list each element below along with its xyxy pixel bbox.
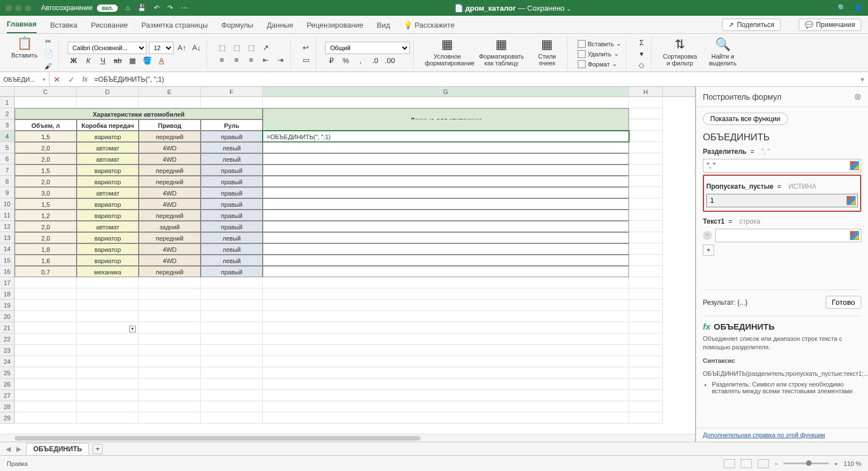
name-box[interactable]: ОБЪЕДИ...▾: [0, 72, 50, 86]
done-button[interactable]: Готово: [826, 296, 861, 309]
cell[interactable]: передний: [139, 176, 201, 187]
tab-insert[interactable]: Вставка: [50, 17, 77, 33]
search-icon[interactable]: 🔍: [838, 4, 846, 12]
row-header[interactable]: 3: [0, 119, 15, 131]
cell[interactable]: [263, 153, 629, 165]
clear-icon[interactable]: ◇: [635, 60, 648, 70]
cell[interactable]: [201, 322, 263, 334]
cell[interactable]: 2,0: [15, 153, 77, 165]
row-header[interactable]: 24: [0, 356, 15, 367]
cell[interactable]: [77, 412, 139, 424]
range-picker-icon[interactable]: [850, 161, 859, 170]
cell[interactable]: [263, 379, 629, 390]
cell[interactable]: [263, 277, 629, 288]
cell[interactable]: [629, 187, 663, 198]
row-header[interactable]: 14: [0, 243, 15, 255]
cell[interactable]: [629, 390, 663, 401]
cell[interactable]: [77, 97, 139, 108]
cell[interactable]: [629, 311, 663, 322]
cell[interactable]: автомат: [77, 187, 139, 198]
next-sheet-icon[interactable]: ▶: [15, 445, 23, 453]
conditional-formatting-button[interactable]: ▦Условное форматирование: [423, 37, 472, 70]
cell[interactable]: [629, 243, 663, 255]
align-left-icon[interactable]: ≡: [216, 55, 228, 66]
view-normal-icon[interactable]: [724, 459, 735, 468]
cell[interactable]: 4WD: [139, 142, 201, 153]
show-all-functions-button[interactable]: Показать все функции: [703, 113, 788, 125]
merge-icon[interactable]: ▭: [300, 55, 312, 66]
row-header[interactable]: 11: [0, 210, 15, 221]
cell[interactable]: [629, 198, 663, 210]
cell[interactable]: правый: [201, 210, 263, 221]
cell[interactable]: [77, 288, 139, 300]
row-header[interactable]: 21: [0, 322, 15, 334]
format-painter-icon[interactable]: 🖌: [42, 61, 55, 72]
cell[interactable]: [201, 379, 263, 390]
strike-icon[interactable]: ab: [112, 55, 124, 66]
cell[interactable]: левый: [201, 232, 263, 243]
close-panel-icon[interactable]: ⊗: [854, 91, 861, 102]
cell[interactable]: [263, 165, 629, 176]
more-help-link[interactable]: Дополнительная справка по этой функции: [696, 428, 868, 442]
cell[interactable]: передний: [139, 165, 201, 176]
cell[interactable]: [263, 187, 629, 198]
row-header[interactable]: 9: [0, 187, 15, 198]
row-header[interactable]: 20: [0, 311, 15, 322]
cell[interactable]: [263, 176, 629, 187]
row-header[interactable]: 26: [0, 379, 15, 390]
cell[interactable]: автомат: [77, 221, 139, 232]
cell[interactable]: [629, 266, 663, 277]
tab-data[interactable]: Данные: [267, 17, 293, 33]
format-cells-button[interactable]: Формат ⌄: [577, 60, 623, 69]
indent-increase-icon[interactable]: ⇥: [274, 55, 287, 66]
cell[interactable]: [629, 153, 663, 165]
row-header[interactable]: 29: [0, 412, 15, 424]
cell[interactable]: вариатор: [77, 165, 139, 176]
wrap-text-icon[interactable]: ↩: [300, 42, 312, 54]
cell[interactable]: [139, 412, 201, 424]
row-header[interactable]: 16: [0, 266, 15, 277]
range-picker-icon[interactable]: [847, 196, 856, 205]
fill-color-icon[interactable]: 🪣: [141, 55, 153, 66]
cell[interactable]: [629, 288, 663, 300]
cell[interactable]: вариатор: [77, 210, 139, 221]
add-argument-button[interactable]: +: [703, 245, 714, 256]
cell[interactable]: правый: [201, 131, 263, 142]
tab-formulas[interactable]: Формулы: [222, 17, 254, 33]
fill-icon[interactable]: ▾: [635, 48, 648, 59]
cell[interactable]: вариатор: [77, 243, 139, 255]
cell[interactable]: [15, 379, 77, 390]
cell[interactable]: [629, 97, 663, 108]
cell[interactable]: [263, 367, 629, 379]
cell[interactable]: [629, 232, 663, 243]
borders-icon[interactable]: ▦: [126, 55, 139, 66]
cell[interactable]: [263, 221, 629, 232]
cell[interactable]: [15, 390, 77, 401]
cell[interactable]: [629, 165, 663, 176]
tab-page-layout[interactable]: Разметка страницы: [141, 17, 208, 33]
cell[interactable]: [263, 334, 629, 345]
underline-icon[interactable]: Ч: [97, 55, 109, 66]
cell[interactable]: [201, 97, 263, 108]
cell[interactable]: [15, 356, 77, 367]
cell[interactable]: [263, 243, 629, 255]
merged-header[interactable]: Характеристики автомобилей: [15, 108, 263, 119]
redo-icon[interactable]: ↷: [167, 4, 173, 12]
cell[interactable]: [629, 221, 663, 232]
cell[interactable]: [139, 288, 201, 300]
cut-icon[interactable]: ✂: [42, 36, 55, 47]
zoom-slider[interactable]: [783, 463, 829, 464]
cell[interactable]: [77, 367, 139, 379]
orientation-icon[interactable]: ↗: [260, 42, 272, 54]
delete-cells-button[interactable]: Удалить ⌄: [577, 50, 623, 59]
cell[interactable]: [629, 345, 663, 356]
col-header[interactable]: D: [77, 87, 139, 96]
align-middle-icon[interactable]: ⬚: [231, 42, 243, 54]
cell[interactable]: [263, 198, 629, 210]
row-header[interactable]: 8: [0, 176, 15, 187]
cell[interactable]: [263, 288, 629, 300]
cell[interactable]: [263, 322, 629, 334]
row-header[interactable]: 13: [0, 232, 15, 243]
cell[interactable]: 3,0: [15, 187, 77, 198]
cell[interactable]: [139, 334, 201, 345]
